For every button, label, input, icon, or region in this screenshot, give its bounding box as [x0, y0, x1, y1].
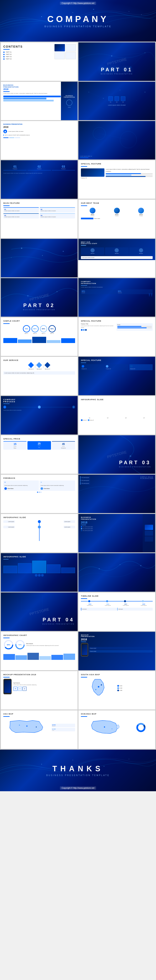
feedback-title: FEEDBACK [3, 477, 75, 479]
slide-our-best-team[interactable]: OUR BEST TEAM Name Position Name Positio… [78, 200, 155, 238]
svg-point-23 [21, 248, 22, 249]
footer-slide: THANKS BUSINESS PRESENTATION TEMPLATE Co… [0, 750, 156, 791]
svg-line-11 [131, 53, 145, 67]
part02-title: PART 02 [23, 302, 55, 308]
mockup2018-year: 2018 [81, 638, 153, 641]
slide-our-service[interactable]: OUR SERVICE Service 1 Service 2 [1, 357, 78, 395]
slide-simple-image[interactable]: 01 Lorem ipsum 02 Lorem ipsum 03 Lorem i… [78, 475, 155, 513]
slide-simple-chart[interactable]: SIMPLE CHART 72% Item 1 58% Item 2 84% [1, 317, 78, 356]
south-asia-title: SOUTH ASIA MAP [81, 674, 153, 676]
svg-point-41 [98, 686, 99, 687]
infographic2-title: INFOGRAPHIC SLIDE [3, 516, 75, 519]
svg-point-1 [73, 12, 73, 13]
infographic3-title: INFOGRAPHIC SLIDE [3, 556, 75, 558]
svg-point-54 [103, 766, 104, 767]
chart-circle: 72% [23, 325, 30, 332]
svg-point-28 [57, 291, 57, 292]
header-company: COMPANY [47, 14, 109, 24]
svg-point-15 [137, 100, 137, 100]
svg-line-34 [120, 565, 141, 566]
svg-point-52 [41, 764, 42, 765]
footer-subtitle: BUSINESS PRESENTATION TEMPLATE [46, 774, 110, 776]
slide-special-feature[interactable]: SPECIAL FEATURE Feature 01 Lorem ipsum d… [78, 160, 155, 199]
slide-special-feature2[interactable]: SPECIAL FEATURE Feature Title Lorem ipsu… [78, 317, 155, 356]
slide-usa-map[interactable]: USA MAP [1, 710, 78, 749]
svg-line-17 [89, 92, 103, 98]
svg-point-24 [42, 255, 43, 256]
slide-dark-network[interactable] [1, 239, 78, 277]
slide-special-price[interactable]: SPECIAL PRICE 15 $ /mo Basic 25 $ /mo Pr… [1, 435, 78, 474]
svg-point-47 [104, 726, 105, 727]
slide-contents[interactable]: CONTENTS PART 01 PART 02 PART 03 [1, 42, 78, 81]
slide-oceania-map[interactable]: OCEANIA MAP [78, 710, 155, 749]
svg-point-55 [129, 759, 129, 759]
slide-mockup2018[interactable]: MOCKUPPRESENTATION 2018 Feature detail [78, 632, 155, 670]
special-feature-title: SPECIAL FEATURE [81, 163, 153, 165]
svg-point-16 [145, 92, 145, 92]
slide-dark-map[interactable] [78, 553, 155, 592]
part03-subtitle: BUSINESS PRESENTATION [119, 466, 151, 468]
intro-year: 2018 [3, 126, 75, 128]
slide-part01[interactable]: PPTSTORE PART 01 BUSINESS PRESENTATION [78, 42, 155, 81]
header-subtitle: BUSINESS PRESENTATION TEMPLATE [45, 25, 112, 28]
footer-copyright: Copyright © http://www.pptstore.net [60, 786, 96, 789]
svg-point-43 [101, 684, 102, 686]
svg-point-46 [36, 727, 37, 728]
svg-point-25 [63, 251, 64, 252]
slide-infographic[interactable]: INFOGRAPHIC SLIDE Q1 Q2 Q3 [78, 396, 155, 434]
header-copyright: Copyright © http://www.pptstore.net [60, 2, 96, 5]
part02-subtitle: BUSINESS PRESENTATION [23, 309, 55, 310]
company-process-title: COMPANYPROCESS [3, 399, 75, 402]
chart-circle: 58% [32, 325, 39, 332]
slide-special-feature3[interactable]: SPECIAL FEATURE Feature 01 Feature 02 [78, 357, 155, 395]
slide-part03[interactable]: PPTSTORE PART 03 BUSINESS PRESENTATION [78, 435, 155, 474]
main-feature-title: MAIN FEATURE [3, 202, 75, 204]
svg-point-27 [27, 295, 29, 296]
svg-point-44 [26, 725, 27, 727]
footer-thanks: THANKS [53, 764, 103, 773]
biz2018-title: BUSINESSPRESENTATION [81, 516, 153, 520]
part01-title: PART 01 [101, 67, 133, 73]
slides-grid: CONTENTS PART 01 PART 02 PART 03 [0, 41, 156, 750]
slide-main-feature[interactable]: MAIN FEATURE 01 Lorem ipsum dolor sit am… [1, 200, 78, 238]
chart-circle: 45% [48, 325, 56, 332]
slide-dark-minimal[interactable]: Lorem ipsum dolor sit [78, 121, 155, 159]
page-container: Copyright © http://www.pptstore.net COMP… [0, 0, 156, 791]
slide-meet-team[interactable]: MEET OUREXECUTIVE STAFF Member Member [78, 239, 155, 277]
part03-title: PART 03 [119, 460, 151, 466]
slide-part02[interactable]: PPTSTORE PART 02 BUSINESS PRESENTATION [1, 278, 78, 317]
slide-business2018-dark[interactable]: BUSINESSPRESENTATION 2018 01 Lorem ipsum… [78, 514, 155, 552]
svg-point-45 [19, 725, 20, 726]
slide-dark-stats[interactable]: 01 Feature 02 Feature 03 Feature [1, 160, 78, 199]
oceania-map-title: OCEANIA MAP [81, 713, 153, 715]
biz2018-year: 2018 [81, 521, 153, 524]
slide-intro[interactable]: BUSINESS PRESENTATION 2018 Lorem ipsum d… [1, 121, 78, 159]
slide-timeline[interactable]: TIMELINE SLIDE 2015 Lorem ipsum [78, 592, 155, 631]
our-service-title: OUR SERVICE [3, 359, 75, 361]
company-intro-title: COMPANYINTRODUCTION [81, 281, 153, 285]
svg-point-26 [11, 258, 12, 258]
svg-point-3 [129, 11, 129, 12]
slide-south-asia[interactable]: SOUTH ASIA MAP [78, 671, 155, 710]
slide-mockup-phone[interactable]: MOCKUP PRESENTATION 2018 App Features Lo… [1, 671, 78, 710]
svg-point-29 [130, 455, 131, 457]
special-feature2-title: SPECIAL FEATURE [81, 320, 153, 322]
svg-rect-36 [22, 595, 43, 611]
chart-circle: 84% [40, 325, 47, 332]
svg-point-4 [21, 21, 21, 21]
slide-company-process[interactable]: COMPANYPROCESS 1 2 3 Lorem ipsum dolor s… [1, 396, 78, 434]
svg-line-10 [112, 53, 145, 56]
svg-point-48 [112, 729, 113, 729]
svg-point-5 [93, 9, 94, 10]
slide-business2018[interactable]: BUSINESSPRESENTATION 2018 Lorem ipsum do… [1, 82, 78, 120]
usa-map-title: USA MAP [3, 713, 75, 715]
svg-line-22 [99, 134, 128, 140]
slide-dark-feature[interactable]: 01 02 03 Lorem ipsum dolor sit amet [78, 82, 155, 120]
slide-infographic2[interactable]: INFOGRAPHIC SLIDE Lorem ipsum Lorem ipsu… [1, 514, 78, 552]
slide-infographic-chart[interactable]: INFOGRAPHIC CHART 60% [1, 632, 78, 670]
slide-part04[interactable]: PPTSTORE PART 04 BUSINESS PRESENTATION [1, 592, 78, 631]
slide-company-intro[interactable]: COMPANYINTRODUCTION Lorem ipsum dolor si… [78, 278, 155, 317]
special-price-title: SPECIAL PRICE [3, 438, 75, 440]
slide-infographic3[interactable]: INFOGRAPHIC SLIDE 1 2 3 [1, 553, 78, 592]
slide-feedback[interactable]: FEEDBACK " Lorem ipsum dolor sit amet co… [1, 475, 78, 513]
